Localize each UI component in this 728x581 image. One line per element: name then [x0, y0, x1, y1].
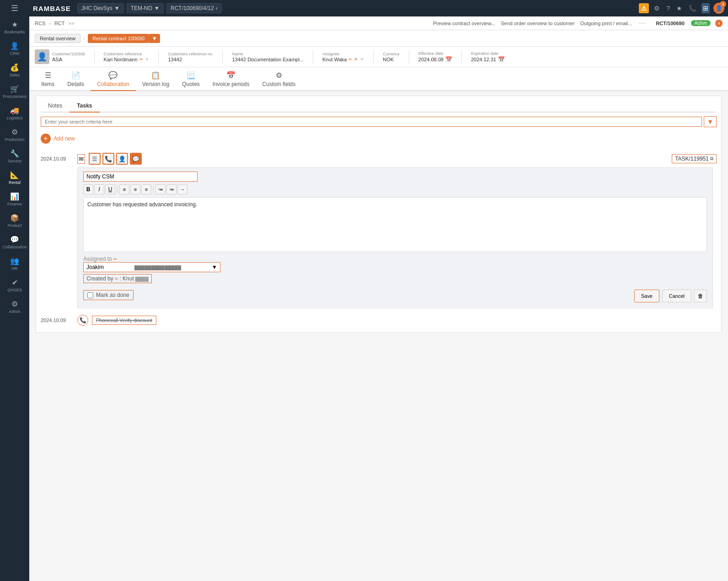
invoice-periods-tab-icon: 📅 — [226, 71, 236, 80]
titlebar: Rental overview › Rental contract 100690… — [29, 30, 728, 47]
type-list-icon[interactable]: ☰ — [89, 153, 101, 165]
tab-invoice-periods[interactable]: 📅 Invoice periods — [206, 67, 256, 91]
effective-date-field: Effective date 2024.08.08 📅 — [418, 51, 452, 63]
divider-3 — [222, 50, 223, 64]
toolbar-sep-1 — [117, 186, 118, 193]
align-right-button[interactable]: ≡ — [141, 184, 151, 194]
task-assigned-section: Assigned to ✏ Joakim ▓▓▓▓▓▓▓▓▓▓▓▓▓▓ ▼ — [83, 256, 707, 272]
align-left-button[interactable]: ≡ — [119, 184, 129, 194]
breadcrumb-rct[interactable]: RCT — [54, 21, 65, 26]
grid-icon[interactable]: ⊞ — [701, 3, 710, 13]
search-input[interactable] — [41, 117, 702, 127]
document-dropdown[interactable]: RCT/100690/4/12 ‹ — [166, 3, 222, 13]
sidebar-item-production[interactable]: ⚙ Production — [0, 124, 29, 145]
assigned-to-select[interactable]: Joakim ▓▓▓▓▓▓▓▓▓▓▓▓▓▓ ▼ — [83, 262, 220, 272]
tab-details[interactable]: 📄 Details — [61, 67, 91, 91]
dropdown-assignee-icon[interactable]: ▼ — [359, 57, 364, 62]
mark-done-checkbox[interactable] — [87, 292, 93, 298]
subtab-tasks[interactable]: Tasks — [70, 100, 99, 113]
indent-button[interactable]: → — [177, 184, 187, 194]
edit-assigned-icon[interactable]: ✏ — [113, 257, 117, 262]
customers-reference-no-field: Customers reference no. 13442 — [168, 52, 213, 62]
sidebar-item-rental[interactable]: 📐 Rental — [0, 167, 29, 188]
filter-button[interactable]: ▼ — [704, 116, 717, 127]
custom-fields-tab-icon: ⚙ — [276, 71, 282, 80]
mark-done-section: Mark as done — [83, 290, 134, 300]
sidebar-item-bookmarks[interactable]: ★ Bookmarks — [0, 16, 29, 38]
sidebar: ☰ ★ Bookmarks 👤 CRM 💰 Sales 🛒 Procuremen… — [0, 0, 29, 581]
star-icon[interactable]: ★ — [675, 3, 684, 13]
contract-title-button[interactable]: Rental contract 100690 — [88, 34, 149, 43]
divider-6 — [409, 50, 409, 64]
clear-assignee-icon[interactable]: ✕ — [354, 57, 358, 62]
tab-version-log[interactable]: 📋 Version log — [136, 67, 176, 91]
sidebar-item-product[interactable]: 📦 Product — [0, 210, 29, 231]
sidebar-item-service[interactable]: 🔧 Service — [0, 145, 29, 167]
align-center-button[interactable]: ≡ — [130, 184, 140, 194]
tab-quotes[interactable]: 📃 Quotes — [176, 67, 206, 91]
delete-button[interactable]: 🗑 — [694, 290, 707, 302]
customers-reference-field: Customers reference Kari Nordmann ✏ ▼ — [104, 52, 150, 62]
italic-button[interactable]: I — [94, 184, 104, 194]
effective-date-calendar-icon[interactable]: 📅 — [445, 56, 452, 63]
cancel-button[interactable]: Cancel — [662, 290, 691, 302]
sidebar-item-qhses[interactable]: ✔ QHSES — [0, 274, 29, 296]
edit-reference-icon[interactable]: ✏ — [139, 57, 143, 62]
task-footer: Mark as done Save Cancel 🗑 — [83, 288, 707, 304]
help-icon[interactable]: ? — [665, 3, 671, 13]
currency-field: Currency NOK — [383, 52, 400, 62]
send-order-link[interactable]: Send order overview to customer — [501, 21, 574, 26]
sidebar-item-finance[interactable]: 📊 Finance — [0, 188, 29, 210]
outgoing-print-link[interactable]: Outgoing print / email... — [580, 21, 632, 26]
sidebar-item-procurement[interactable]: 🛒 Procurement — [0, 81, 29, 102]
env-dropdown[interactable]: TEM-NO ▼ — [127, 3, 164, 13]
bold-button[interactable]: B — [83, 184, 93, 194]
finance-icon: 📊 — [10, 192, 19, 201]
underline-button[interactable]: U — [105, 184, 115, 194]
phone-icon[interactable]: 📞 — [687, 3, 698, 13]
preview-contract-link[interactable]: Preview contract overview... — [433, 21, 495, 26]
rental-overview-button[interactable]: Rental overview — [35, 34, 80, 43]
tab-collaboration[interactable]: 💬 Collaboration — [91, 67, 136, 91]
type-chat-icon[interactable]: 💬 — [130, 153, 142, 165]
edit-assignee-icon[interactable]: ✏ — [348, 57, 352, 62]
task-id-badge[interactable]: TASK/119951 ⧉ — [672, 154, 717, 163]
add-circle-icon: + — [41, 134, 51, 144]
sidebar-item-collaboration[interactable]: 💬 Collaboration — [0, 231, 29, 253]
company-dropdown[interactable]: JHC DevSys ▼ — [77, 3, 124, 13]
sidebar-menu-toggle[interactable]: ☰ — [0, 0, 29, 16]
sidebar-item-hr[interactable]: 👥 HR — [0, 253, 29, 274]
version-log-tab-icon: 📋 — [151, 71, 160, 80]
sidebar-item-logistics[interactable]: 🚚 Logistics — [0, 102, 29, 124]
unordered-list-button[interactable]: ≔ — [155, 184, 166, 194]
save-button[interactable]: Save — [634, 290, 659, 302]
more-options-icon[interactable]: ⋯ — [637, 18, 647, 28]
subtab-notes[interactable]: Notes — [41, 100, 70, 113]
sidebar-item-crm[interactable]: 👤 CRM — [0, 38, 29, 59]
details-tab-icon: 📄 — [71, 71, 80, 80]
tab-items[interactable]: ☰ Items — [35, 67, 61, 91]
add-new-button[interactable]: + Add new — [41, 131, 717, 146]
ordered-list-button[interactable]: ≔ — [166, 184, 177, 194]
settings-icon[interactable]: ⚙ — [653, 3, 661, 13]
sidebar-item-admin[interactable]: ⚙ Admin — [0, 296, 29, 317]
edit-created-by-icon[interactable]: ✏ — [115, 276, 118, 281]
task-title-input[interactable] — [83, 172, 198, 182]
service-icon: 🔧 — [10, 149, 19, 158]
dropdown-reference-icon[interactable]: ▼ — [145, 57, 150, 62]
alert-button[interactable]: ⚠ — [639, 3, 649, 13]
external-link-icon: ⧉ — [710, 156, 713, 161]
tab-custom-fields[interactable]: ⚙ Custom fields — [256, 67, 302, 91]
customer-avatar-icon: 👤 — [37, 52, 47, 62]
breadcrumb-rcs[interactable]: RCS — [35, 21, 45, 26]
contract-title-group: Rental contract 100690 ▼ — [88, 34, 160, 43]
sidebar-item-sales[interactable]: 💰 Sales — [0, 59, 29, 81]
type-phone-icon[interactable]: 📞 — [102, 153, 114, 165]
customer-info: 👤 Customer/102609 ASA — [35, 49, 85, 64]
user-avatar[interactable]: 👤 3 — [713, 3, 724, 14]
expiration-date-calendar-icon[interactable]: 📅 — [498, 56, 505, 63]
infobar: 👤 Customer/102609 ASA Customers referenc… — [29, 47, 728, 67]
type-person-icon[interactable]: 👤 — [116, 153, 128, 165]
contract-title-dropdown[interactable]: ▼ — [149, 34, 160, 43]
task-body[interactable]: Customer has requested advanced invoicin… — [83, 197, 707, 252]
